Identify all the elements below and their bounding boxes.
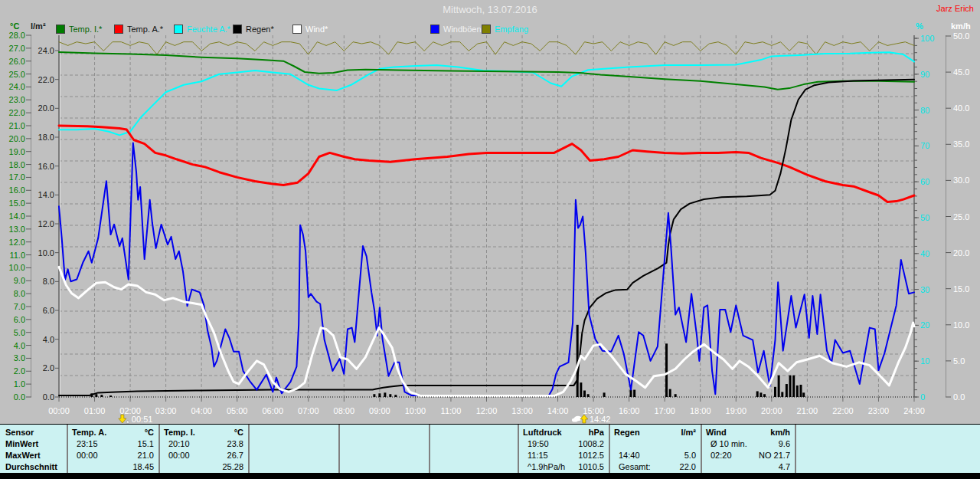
label-temp-c: 11.0 bbox=[9, 251, 25, 260]
label-temp-c: 3.0 bbox=[14, 353, 25, 363]
label-wind: 5.0 bbox=[953, 356, 965, 366]
column-header: Temp. I. bbox=[159, 428, 195, 437]
label-temp-c: 6.0 bbox=[14, 315, 25, 324]
label-temp-c: 26.0 bbox=[9, 57, 25, 66]
cell-time: 11:15 bbox=[518, 451, 548, 460]
cell-time: 00:00 bbox=[159, 451, 190, 460]
label-humidity: 20 bbox=[920, 320, 929, 330]
rain-bar bbox=[95, 394, 97, 397]
label-rain: 4.0 bbox=[43, 335, 54, 344]
label-rain: 8.0 bbox=[43, 277, 54, 286]
label-temp-c: 20.0 bbox=[9, 134, 25, 143]
rain-bar bbox=[389, 394, 391, 397]
cell-value: 23.8 bbox=[227, 439, 248, 448]
cell-time: ^1.9hPa/h bbox=[518, 462, 565, 471]
label-time: 16:00 bbox=[619, 406, 640, 415]
column-header: Luftdruck bbox=[518, 428, 562, 437]
label-time: 12:00 bbox=[476, 406, 498, 415]
legend-swatch bbox=[233, 25, 242, 34]
cell-value: 1012.5 bbox=[578, 451, 609, 460]
legend-item-windb-en: Windböen bbox=[430, 24, 482, 34]
weather-chart-window: 0.01.02.03.04.05.06.07.08.09.010.011.012… bbox=[0, 0, 980, 479]
label-time: 22:00 bbox=[832, 406, 854, 415]
label-temp-c: 19.0 bbox=[9, 147, 25, 156]
rain-bar bbox=[786, 384, 788, 397]
table-column-wind: Windkm/hØ 10 min.9.602:20NO 21.74.7 bbox=[701, 425, 796, 474]
legend-label: Feuchte A.* bbox=[187, 25, 230, 34]
label-temp-c: 4.0 bbox=[14, 341, 25, 350]
cell-value: 18.45 bbox=[132, 462, 158, 471]
label-rain: 20.0 bbox=[38, 103, 54, 113]
label-wind: 15.0 bbox=[953, 284, 969, 294]
cell-value: 15.1 bbox=[138, 439, 158, 448]
arrow-up-icon bbox=[580, 415, 588, 423]
column-unit: l/m² bbox=[681, 428, 701, 437]
label-temp-c: 18.0 bbox=[9, 160, 25, 169]
row-label-sensor: Sensor bbox=[0, 428, 34, 437]
label-wind: 0.0 bbox=[953, 392, 965, 402]
label-time: 07:00 bbox=[298, 406, 319, 415]
legend-item-temp-i: Temp. I.* bbox=[56, 24, 102, 34]
sunset-marker: 00:51 bbox=[119, 415, 153, 424]
legend-swatch bbox=[292, 25, 302, 34]
label-wind: 10.0 bbox=[953, 320, 969, 330]
label-humidity: 70 bbox=[920, 141, 929, 150]
label-temp-c: 24.0 bbox=[9, 82, 25, 91]
legend-label: Temp. I.* bbox=[69, 25, 102, 34]
label-temp-c: 21.0 bbox=[9, 121, 25, 130]
label-temp-c: 15.0 bbox=[9, 198, 25, 208]
label-rain: 10.0 bbox=[38, 248, 54, 258]
label-temp-c: 5.0 bbox=[14, 328, 25, 337]
cell-value: 5.0 bbox=[684, 451, 701, 460]
label-rain: 2.0 bbox=[43, 363, 54, 372]
label-rain: 24.0 bbox=[38, 46, 54, 55]
label-temp-c: 7.0 bbox=[14, 302, 25, 311]
label-time: 03:00 bbox=[155, 406, 177, 415]
label-humidity: 60 bbox=[920, 177, 929, 186]
label-rain: 6.0 bbox=[43, 306, 54, 315]
label-temp-c: 2.0 bbox=[14, 366, 25, 376]
rain-bar bbox=[774, 387, 776, 397]
row-label-durchschnitt: Durchschnitt bbox=[0, 462, 57, 471]
rain-bar bbox=[799, 385, 802, 397]
legend-item-wind: Wind* bbox=[292, 24, 328, 34]
label-time: 04:00 bbox=[191, 406, 212, 415]
legend-item-regen: Regen* bbox=[233, 24, 274, 34]
label-temp-c: 8.0 bbox=[14, 289, 25, 298]
label-wind: 35.0 bbox=[953, 139, 969, 149]
rain-bar bbox=[587, 394, 590, 397]
column-unit: km/h bbox=[770, 428, 795, 437]
rain-bar bbox=[778, 376, 780, 397]
table-column-empty-4 bbox=[430, 425, 519, 474]
column-unit: hPa bbox=[589, 428, 609, 437]
label-temp-c: 16.0 bbox=[9, 185, 25, 195]
table-column-temp-a: Temp. A.°C23:1515.100:0021.018.45 bbox=[67, 425, 160, 474]
legend-label: Temp. A.* bbox=[127, 25, 163, 34]
label-time: 10:00 bbox=[405, 406, 426, 415]
legend-item-empfang: Empfang bbox=[482, 24, 528, 34]
page-title: Mittwoch, 13.07.2016 bbox=[0, 4, 980, 15]
marker-time-label: 14:42 bbox=[590, 415, 611, 424]
label-temp-c: 9.0 bbox=[14, 276, 25, 285]
label-time: 09:00 bbox=[369, 406, 390, 415]
cell-time: 14:40 bbox=[609, 451, 640, 460]
rain-bar bbox=[580, 382, 582, 397]
legend-swatch bbox=[174, 25, 183, 34]
rain-bar bbox=[629, 390, 632, 397]
label-wind: 30.0 bbox=[953, 176, 969, 185]
ground-icon bbox=[126, 420, 129, 423]
label-humidity: 90 bbox=[920, 70, 929, 79]
legend-label: Windböen bbox=[443, 25, 482, 34]
label-temp-c: 22.0 bbox=[9, 108, 25, 117]
cell-value: 4.7 bbox=[779, 462, 795, 471]
label-humidity: 50 bbox=[920, 213, 929, 222]
label-temp-c: 1.0 bbox=[14, 379, 25, 389]
rain-bar bbox=[669, 389, 671, 397]
label-wind: 45.0 bbox=[953, 67, 969, 77]
label-time: 21:00 bbox=[797, 406, 818, 415]
label-temp-c: 14.0 bbox=[9, 212, 25, 221]
rain-bar bbox=[373, 394, 375, 397]
legend-item-feuchte-a: Feuchte A.* bbox=[174, 24, 230, 34]
table-column-luftdruck: LuftdruckhPa19:501008.211:151012.5^1.9hP… bbox=[518, 425, 610, 474]
cell-value: 21.0 bbox=[138, 451, 158, 460]
